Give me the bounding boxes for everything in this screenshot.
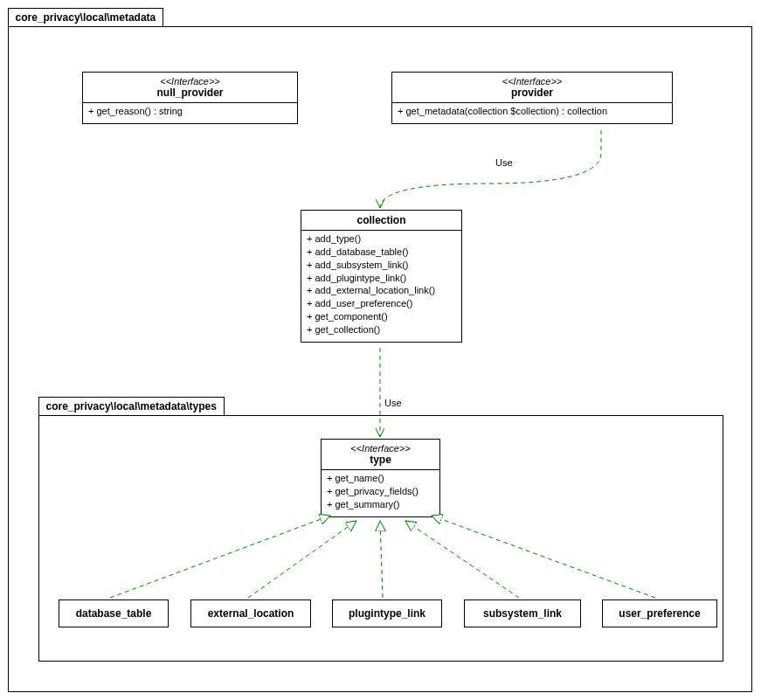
package-outer-label: core_privacy\local\metadata [8, 8, 164, 17]
